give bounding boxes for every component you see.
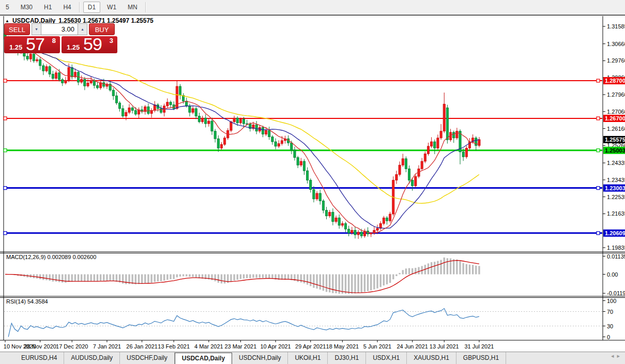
date-axis-label: 5 Jun 2021 [363,343,391,350]
timeframe-button-w1[interactable]: W1 [102,2,121,13]
price-scale-label: 1.27060 [607,109,625,115]
date-axis-label: 31 Jul 2021 [465,343,494,350]
macd-scale-label: -0.01190 [607,290,625,296]
price-scale-label: 1.30660 [607,41,625,47]
rsi-scale-label: 70 [607,309,613,315]
line-end-marker[interactable] [597,187,600,190]
ask-price-main: 59 [83,34,102,54]
line-end-marker[interactable] [4,117,7,120]
one-click-trading-panel: SELL ▾ ▴ BUY 1.25 57 8 1.25 59 3 [4,23,118,53]
price-scale-label: 1.27960 [607,92,625,98]
toolbar-separator [145,2,146,12]
price-badge-label: 1.26700 [605,115,625,122]
chart-tab-audusd[interactable]: AUDUSD,Daily [64,352,120,364]
chart-mode-icon: ▲ [5,19,9,23]
line-end-marker[interactable] [4,187,7,190]
candle [392,176,394,216]
price-scale-label: 1.29760 [607,57,625,64]
rsi-scale-label: 0 [607,334,610,340]
buy-button[interactable]: BUY [89,23,115,35]
date-axis-label: 10 Apr 2021 [260,343,291,350]
price-chart-canvas[interactable]: 1.315851.306601.297601.288601.279601.270… [0,16,625,352]
timeframe-button-h1[interactable]: H1 [39,2,56,13]
sell-button[interactable]: SELL [4,23,30,35]
price-badge-label: 1.23003 [605,185,625,191]
price-scale-label: 1.22535 [607,194,625,200]
date-axis-label: 4 Mar 2021 [194,343,223,350]
ask-price-box[interactable]: 1.25 59 3 [62,36,117,53]
spin-down-icon: ▾ [35,27,37,32]
date-axis-label: 13 Jul 2021 [430,343,459,350]
line-end-marker[interactable] [4,232,7,235]
line-end-marker[interactable] [597,79,600,82]
line-end-marker[interactable] [4,79,7,82]
chart-tab-xauusd[interactable]: XAUUSD,H1 [407,352,456,364]
candle [415,174,417,187]
line-end-marker[interactable] [597,117,600,120]
date-axis-label: 28 Nov 2020 [24,343,56,350]
price-scale-label: 1.19835 [607,245,625,251]
tab-scroll-arrows[interactable]: ◂▸ [611,353,623,359]
timeframe-button-5[interactable]: 5 [1,2,14,13]
date-axis-label: 29 Apr 2021 [295,343,326,350]
bid-price-prefix: 1.25 [9,43,22,51]
macd-scale-label: 0.00 [607,271,618,278]
volume-increase-button[interactable]: ▴ [78,23,87,35]
price-scale-label: 1.24335 [607,160,625,166]
chart-window[interactable]: 1.315851.306601.297601.288601.279601.270… [0,15,625,352]
rsi-indicator-label: RSI(14) 54.3584 [6,298,48,305]
bid-price-pip: 8 [52,37,56,44]
line-end-marker[interactable] [597,232,600,235]
chart-tab-usdcad[interactable]: USDCAD,Daily [175,353,232,364]
date-axis-label: 26 Jan 2021 [126,343,158,350]
price-badge-label: 1.28700 [605,78,625,84]
price-badge-label: 1.25003 [605,147,625,154]
line-end-marker[interactable] [4,149,7,152]
timeframe-button-h4[interactable]: H4 [58,2,75,13]
ask-price-prefix: 1.25 [67,43,80,51]
chart-tab-usdx[interactable]: USDX,H1 [366,352,407,364]
date-axis-label: 7 Jan 2021 [93,343,121,350]
date-axis-label: 24 Jun 2021 [397,343,428,350]
rsi-scale-label: 30 [607,323,613,329]
bid-price-main: 57 [26,34,44,54]
chart-tab-usdcnh[interactable]: USDCNH,Daily [232,352,288,364]
price-scale-label: 1.26160 [607,126,625,132]
bid-price-box[interactable]: 1.25 57 8 [4,36,60,53]
chart-tab-ukoil[interactable]: UKOil,H1 [288,352,328,364]
chart-tab-eurusd[interactable]: EURUSD,H4 [14,352,64,364]
symbol-tab-bar: EURUSD,H4AUDUSD,DailyUSDCHF,DailyUSDCAD,… [0,352,625,364]
tab-scroll-right-icon[interactable]: ▸ [617,353,623,359]
timeframe-toolbar: 5M30H1H4D1W1MN [0,0,625,15]
date-axis-label: 17 Dec 2020 [56,343,88,350]
macd-indicator-label: MACD(12,26,9) 0.002089 0.002600 [6,254,96,260]
chart-tab-usdchf[interactable]: USDCHF,Daily [120,352,175,364]
timeframe-button-m30[interactable]: M30 [16,2,37,13]
timeframe-button-mn[interactable]: MN [123,2,142,13]
toolbar-separator [79,2,80,12]
spin-up-icon: ▴ [81,27,83,32]
price-scale-label: 1.31585 [607,23,625,29]
chart-tab-gbpusd[interactable]: GBPUSD,H1 [456,352,506,364]
macd-scale-label: 0.01135 [607,253,625,260]
date-axis-label: 18 May 2021 [326,343,359,350]
volume-input[interactable] [41,23,78,35]
ask-price-pip: 3 [110,37,113,44]
line-end-marker[interactable] [597,149,600,152]
date-axis-label: 13 Feb 2021 [158,343,190,350]
price-scale-label: 1.23435 [607,177,625,183]
plot-background [4,16,603,352]
price-badge-label: 1.25575 [605,136,625,143]
price-badge-label: 1.20609 [605,230,625,236]
volume-decrease-button[interactable]: ▾ [32,23,41,35]
rsi-scale-label: 100 [607,298,616,304]
price-scale-label: 1.21635 [607,210,625,217]
date-axis-label: 23 Mar 2021 [225,343,257,350]
timeframe-button-d1[interactable]: D1 [83,2,100,13]
chart-tab-dj30[interactable]: DJ30,H1 [328,352,366,364]
tab-scroll-left-icon[interactable]: ◂ [611,353,617,359]
